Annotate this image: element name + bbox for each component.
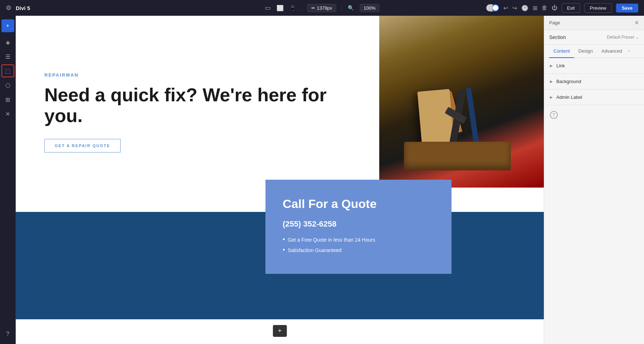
desktop-icon[interactable]: ▭	[265, 4, 271, 12]
resize-icon: ⇔	[311, 5, 315, 10]
add-row-button[interactable]: +	[273, 325, 287, 337]
plus-icon: +	[6, 23, 9, 29]
tablet-icon[interactable]: ⬜	[277, 5, 284, 11]
quote-list-item: Satisfaction Guaranteed	[283, 246, 434, 254]
width-display: ⇔ 1379px	[307, 4, 336, 12]
accordion-link-header[interactable]: ▶ Link	[544, 58, 644, 73]
page-content: REPAIRMAN Need a quick fix? We're here f…	[16, 16, 544, 344]
accordion-background-header[interactable]: ▶ Background	[544, 74, 644, 89]
hero-subtitle: REPAIRMAN	[44, 72, 358, 78]
sidebar-item-modules[interactable]: ⊞	[1, 93, 14, 106]
help-question-icon[interactable]: ?	[550, 111, 558, 119]
tab-design[interactable]: Design	[574, 45, 597, 58]
chevron-down-icon: ⌄	[635, 35, 639, 40]
main-layout: + ◈ ☰ ⬚ ⬡ ⊞ ✕ ? REPAIRMAN	[0, 16, 644, 344]
navigator-icon: ☰	[5, 53, 10, 60]
accordion-link: ▶ Link	[544, 58, 644, 74]
quote-phone: (255) 352-6258	[283, 219, 434, 229]
select-icon: ⬚	[5, 68, 10, 74]
save-button[interactable]: Save	[616, 4, 638, 13]
sidebar-item-tools[interactable]: ✕	[1, 107, 14, 120]
hero-section: REPAIRMAN Need a quick fix? We're here f…	[16, 16, 544, 202]
width-value[interactable]: 1379px	[317, 5, 332, 11]
zoom-value: 100%	[364, 5, 375, 11]
hero-left-column: REPAIRMAN Need a quick fix? We're here f…	[16, 16, 379, 202]
tabs-more-arrow[interactable]: ›	[626, 45, 632, 58]
chevron-right-icon3: ▶	[550, 95, 553, 99]
panel-close-button[interactable]: ✕	[634, 19, 639, 26]
hero-image-container	[379, 16, 544, 202]
accordion-admin-label-header[interactable]: ▶ Admin Label	[544, 89, 644, 105]
tools-icon: ✕	[5, 111, 10, 117]
sidebar-item-help[interactable]: ?	[1, 328, 14, 340]
shapes-icon: ⬡	[5, 82, 10, 89]
app-name: Divi 5	[16, 5, 30, 11]
undo-icon[interactable]: ↩	[503, 5, 508, 11]
tab-content[interactable]: Content	[549, 45, 574, 58]
hero-cta-button[interactable]: GET A REPAIR QUOTE	[44, 139, 121, 152]
chevron-right-icon2: ▶	[550, 79, 553, 83]
accordion-admin-label: ▶ Admin Label	[544, 89, 644, 105]
sidebar-item-select[interactable]: ⬚	[1, 64, 14, 77]
panel-page-label: Page	[549, 20, 560, 25]
layers-icon: ◈	[6, 39, 10, 46]
settings-icon[interactable]: ⚙	[6, 4, 11, 12]
panel-preset-value: Default Preset	[607, 35, 634, 40]
quote-card: Call For a Quote (255) 352-6258 Get a Fr…	[265, 180, 452, 274]
preview-button[interactable]: Preview	[584, 3, 611, 13]
hero-title: Need a quick fix? We're here for you.	[44, 85, 358, 126]
accordion-background: ▶ Background	[544, 74, 644, 89]
top-bar-right: ↩ ↪ 🕐 ⊞ 🗑 ⏻ Exit Preview Save	[486, 3, 638, 13]
tool-belt	[404, 142, 511, 170]
panel-section-label: Section	[549, 34, 566, 40]
left-sidebar: + ◈ ☰ ⬚ ⬡ ⊞ ✕ ?	[0, 16, 16, 344]
canvas: REPAIRMAN Need a quick fix? We're here f…	[16, 16, 544, 344]
accordion-background-label: Background	[556, 79, 581, 84]
panel-preset-selector[interactable]: Default Preset ⌄	[607, 35, 639, 40]
accordion-admin-label-text: Admin Label	[556, 95, 582, 100]
power-icon[interactable]: ⏻	[552, 5, 557, 11]
sidebar-item-layers[interactable]: ◈	[1, 36, 14, 49]
panel-header: Page ✕	[544, 16, 644, 30]
sidebar-item-shapes[interactable]: ⬡	[1, 79, 14, 92]
history-icon[interactable]: 🕐	[521, 5, 528, 11]
divider	[301, 4, 302, 11]
divider2	[342, 4, 342, 11]
right-panel: Page ✕ Section Default Preset ⌄ Content …	[544, 16, 644, 344]
chevron-right-icon: ▶	[550, 64, 553, 68]
dark-light-toggle[interactable]	[486, 4, 499, 11]
layout-icon[interactable]: ⊞	[533, 5, 537, 11]
tool-image-tool2	[466, 87, 479, 145]
panel-tabs: Content Design Advanced ›	[544, 45, 644, 58]
exit-button[interactable]: Exit	[562, 3, 580, 13]
mobile-icon[interactable]: 📱	[289, 5, 296, 11]
tab-advanced[interactable]: Advanced	[597, 45, 626, 58]
add-module-button[interactable]: +	[1, 19, 14, 32]
quote-list-item: Get a Free Quote in less than 24 Hours	[283, 236, 434, 243]
help-icon: ?	[6, 331, 9, 337]
panel-body: ▶ Link ▶ Background ▶ Admin Label ?	[544, 58, 644, 344]
trash-icon[interactable]: 🗑	[542, 5, 547, 11]
blue-section: Call For a Quote (255) 352-6258 Get a Fr…	[16, 212, 544, 319]
redo-icon[interactable]: ↪	[512, 5, 517, 11]
search-icon: 🔍	[348, 5, 354, 11]
modules-icon: ⊞	[5, 96, 10, 103]
panel-help-area: ?	[544, 105, 644, 125]
top-bar-left: ⚙ Divi 5	[6, 4, 30, 12]
accordion-link-label: Link	[556, 63, 565, 68]
top-bar: ⚙ Divi 5 ▭ ⬜ 📱 ⇔ 1379px 🔍 100% ↩ ↪ 🕐 ⊞ 🗑…	[0, 0, 644, 16]
panel-section-row: Section Default Preset ⌄	[544, 30, 644, 45]
sidebar-item-navigator[interactable]: ☰	[1, 50, 14, 63]
top-bar-center: ▭ ⬜ 📱 ⇔ 1379px 🔍 100%	[265, 4, 380, 12]
zoom-display[interactable]: 100%	[360, 4, 379, 12]
quote-card-title: Call For a Quote	[283, 197, 434, 211]
hero-image	[379, 16, 544, 188]
quote-list: Get a Free Quote in less than 24 Hours S…	[283, 236, 434, 254]
